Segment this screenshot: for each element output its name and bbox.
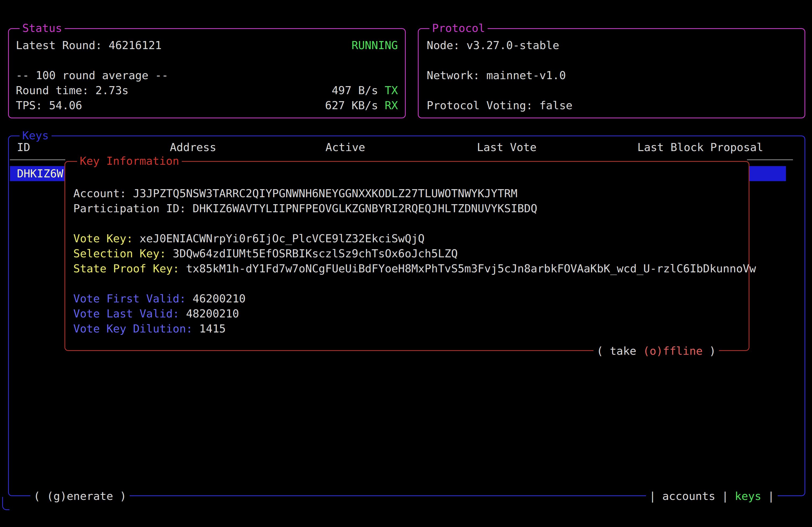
- take-offline-button[interactable]: ( take (o)ffline ): [593, 344, 719, 359]
- tab-separator-left: |: [649, 488, 656, 504]
- key-information-dialog: Key Information Account: J3JPZTQ5NSW3TAR…: [64, 161, 750, 351]
- vote-last-valid-line: Vote Last Valid: 48200210: [65, 306, 239, 321]
- vote-first-valid-line: Vote First Valid: 46200210: [65, 291, 246, 306]
- column-header-id: ID: [17, 140, 30, 155]
- vote-first-valid-value: 46200210: [192, 292, 245, 305]
- tab-separator-middle: |: [722, 488, 728, 504]
- protocol-panel: Protocol Node: v3.27.0-stable Network: m…: [418, 28, 805, 118]
- vote-key-dilution-value: 1415: [199, 322, 226, 335]
- selection-key-label: Selection Key:: [73, 247, 166, 260]
- state-proof-key-value: tx85kM1h-dY1Fd7w7oNCgFUeUiBdFYoeH8MxPhTv…: [186, 262, 756, 275]
- selected-key-id: DHKIZ6W: [17, 166, 63, 181]
- tx-rate: 497 B/s TX: [332, 83, 398, 98]
- column-header-active: Active: [325, 140, 365, 155]
- column-header-last-block-proposal: Last Block Proposal: [637, 140, 764, 155]
- vote-first-valid-label: Vote First Valid:: [73, 292, 186, 305]
- vote-last-valid-value: 48200210: [186, 307, 239, 320]
- terminal-screen: Status Latest Round: 46216121 RUNNING --…: [0, 0, 812, 527]
- participation-id-line: Participation ID: DHKIZ6WAVTYLIIPNFPEOVG…: [65, 201, 537, 216]
- rx-rate-value: 627 KB/s: [325, 99, 385, 112]
- rx-rate-label: RX: [385, 99, 398, 112]
- take-offline-prefix: ( take: [597, 345, 643, 358]
- column-header-address: Address: [170, 140, 216, 155]
- status-panel-title: Status: [19, 21, 65, 36]
- selection-key-value: 3DQw64zdIUMt5EfOSRBIKsczlSz9chTsOx6oJch5…: [173, 247, 458, 260]
- account-line: Account: J3JPZTQ5NSW3TARRC2QIYPGNWNH6NEY…: [65, 186, 518, 201]
- vote-last-valid-label: Vote Last Valid:: [73, 307, 179, 320]
- take-offline-suffix: ): [703, 345, 716, 358]
- round-time-text: Round time: 2.73s: [16, 83, 129, 98]
- tab-separator-right: |: [768, 488, 774, 504]
- tab-accounts[interactable]: accounts: [656, 488, 722, 504]
- view-tabs: |accounts|keys|: [646, 488, 778, 504]
- node-version-text: Node: v3.27.0-stable: [419, 38, 559, 53]
- rx-rate: 627 KB/s RX: [325, 98, 398, 113]
- vote-key-line: Vote Key: xeJ0ENIACWNrpYi0r6IjOc_PlcVCE9…: [65, 231, 424, 246]
- vote-key-dilution-line: Vote Key Dilution: 1415: [65, 321, 226, 336]
- protocol-voting-text: Protocol Voting: false: [419, 98, 572, 113]
- protocol-panel-title: Protocol: [429, 21, 488, 36]
- status-panel: Status Latest Round: 46216121 RUNNING --…: [8, 28, 406, 118]
- vote-key-dilution-label: Vote Key Dilution:: [73, 322, 192, 335]
- account-value: J3JPZTQ5NSW3TARRC2QIYPGNWNH6NEYGGNXXKODL…: [133, 187, 518, 200]
- participation-id-label: Participation ID:: [73, 202, 186, 215]
- network-text: Network: mainnet-v1.0: [419, 68, 566, 83]
- status-row-round-time: Round time: 2.73s 497 B/s TX: [9, 83, 405, 98]
- tx-rate-value: 497 B/s: [332, 84, 385, 97]
- status-row-tps: TPS: 54.06 627 KB/s RX: [9, 98, 405, 113]
- take-offline-hotkey: (o)ffline: [643, 345, 702, 358]
- state-proof-key-label: State Proof Key:: [73, 262, 179, 275]
- key-information-title: Key Information: [77, 153, 182, 168]
- status-row-average-header: -- 100 round average --: [9, 68, 405, 83]
- participation-id-value: DHKIZ6WAVTYLIIPNFPEOVGLKZGNBYRI2RQEQJHLT…: [192, 202, 537, 215]
- column-header-last-vote: Last Vote: [477, 140, 536, 155]
- tx-rate-label: TX: [385, 84, 398, 97]
- latest-round-text: Latest Round: 46216121: [16, 38, 162, 53]
- vote-key-value: xeJ0ENIACWNrpYi0r6IjOc_PlcVCE9lZ32EkciSw…: [140, 232, 424, 245]
- status-row-latest-round: Latest Round: 46216121 RUNNING: [9, 38, 405, 53]
- round-average-header: -- 100 round average --: [16, 68, 168, 83]
- generate-button[interactable]: ( (g)enerate ): [30, 488, 130, 504]
- selection-key-line: Selection Key: 3DQw64zdIUMt5EfOSRBIKsczl…: [65, 246, 458, 261]
- tps-text: TPS: 54.06: [16, 98, 82, 113]
- vote-key-label: Vote Key:: [73, 232, 133, 245]
- account-label: Account:: [73, 187, 126, 200]
- state-proof-key-line: State Proof Key: tx85kM1h-dY1Fd7w7oNCgFU…: [65, 261, 756, 276]
- keys-panel-corner-glyph: [2, 497, 10, 510]
- tab-keys[interactable]: keys: [728, 488, 768, 504]
- node-state-badge: RUNNING: [351, 38, 398, 53]
